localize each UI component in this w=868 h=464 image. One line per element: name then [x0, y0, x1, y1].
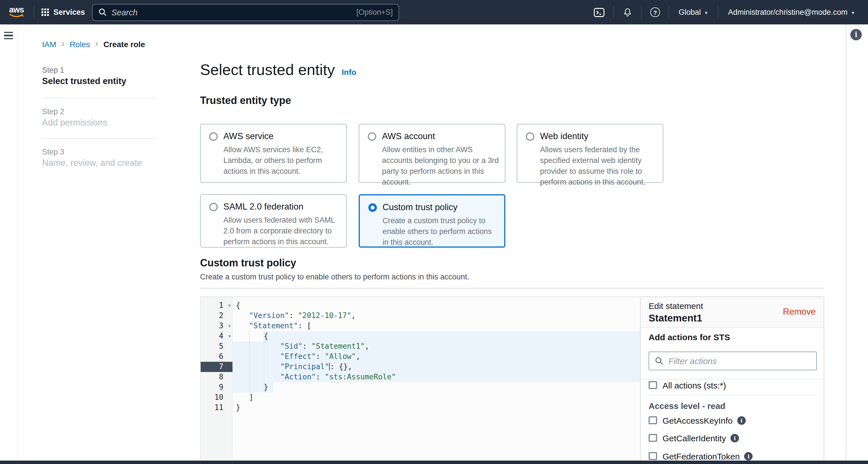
- notifications-button[interactable]: [615, 7, 640, 17]
- aws-logo-text: aws: [9, 6, 24, 13]
- topbar-divider: [642, 6, 642, 18]
- chevron-right-icon: ›: [61, 40, 64, 48]
- statement-name: Statement1: [649, 312, 702, 324]
- region-selector[interactable]: Global ▼: [670, 8, 717, 16]
- panel-divider: [641, 379, 824, 379]
- json-punctuation: }: [264, 383, 268, 391]
- code-line-5[interactable]: 5"Sid": "Statement1",: [200, 341, 640, 352]
- code-line-6[interactable]: 6"Effect": "Allow",: [200, 352, 640, 362]
- radio-unselected[interactable]: [209, 203, 218, 211]
- fold-caret-icon[interactable]: ▾: [228, 300, 231, 311]
- edit-statement-panel: Edit statement Statement1 Remove Add act…: [640, 296, 824, 464]
- search-shortcut-hint: [Option+S]: [356, 8, 393, 16]
- card-description: Allow users federated with SAML 2.0 from…: [223, 215, 340, 247]
- json-key: "Sid": [280, 342, 302, 351]
- code-line-3[interactable]: 3▾"Statement": [: [200, 321, 640, 331]
- info-link[interactable]: Info: [342, 68, 356, 77]
- card-title: AWS account: [382, 131, 435, 141]
- page-header: Select trusted entity Info: [200, 61, 356, 79]
- get-federation-token-checkbox[interactable]: [649, 452, 657, 460]
- step-title: Name, review, and create: [42, 158, 142, 168]
- code-line-4[interactable]: 4▾{: [200, 331, 640, 341]
- aws-logo[interactable]: aws: [7, 6, 26, 19]
- code-line-9[interactable]: 9}: [200, 382, 640, 392]
- card-title: Web identity: [540, 131, 588, 141]
- search-input[interactable]: [112, 8, 352, 17]
- json-punctuation: ,: [351, 311, 356, 320]
- code-line-8[interactable]: 8"Action": "sts:AssumeRole": [200, 372, 640, 382]
- action-label: GetCallerIdentity: [662, 433, 726, 443]
- wizard-step-2: Step 2 Add permissions: [42, 107, 107, 128]
- account-menu[interactable]: Administrator/christine@mode.com ▼: [720, 8, 864, 16]
- all-actions-row: All actions (sts:*): [649, 380, 726, 390]
- remove-statement-button[interactable]: Remove: [783, 307, 816, 317]
- get-caller-identity-checkbox[interactable]: [649, 434, 657, 442]
- custom-policy-heading: Custom trust policy: [200, 257, 296, 269]
- menu-hamburger-button[interactable]: [4, 32, 13, 41]
- line-number: 2: [200, 311, 232, 321]
- code-line-7[interactable]: 7"Principal": {},: [200, 362, 640, 372]
- steps-divider: [42, 98, 155, 98]
- json-punctuation: : {},: [330, 362, 352, 371]
- get-access-key-info-checkbox[interactable]: [649, 416, 657, 425]
- line-number: 8: [200, 372, 232, 382]
- radio-unselected[interactable]: [368, 132, 376, 141]
- action-row: GetFederationToken i: [649, 452, 753, 461]
- line-number: 7: [200, 362, 232, 372]
- info-icon[interactable]: i: [744, 452, 753, 460]
- action-label: GetFederationToken: [662, 451, 740, 461]
- breadcrumb-iam[interactable]: IAM: [42, 40, 56, 49]
- card-description: Allow AWS services like EC2, Lambda, or …: [223, 144, 340, 177]
- info-icon[interactable]: i: [737, 416, 746, 425]
- aws-smile-icon: [8, 13, 25, 19]
- json-key: "Version": [249, 311, 289, 320]
- fold-caret-icon[interactable]: ▾: [228, 321, 231, 331]
- line-number: 6: [200, 352, 232, 362]
- wizard-step-1: Step 1 Select trusted entity: [42, 66, 126, 86]
- search-icon: [98, 8, 107, 16]
- radio-unselected[interactable]: [209, 132, 218, 141]
- topbar-divider: [34, 6, 34, 18]
- code-line-1[interactable]: 1▾{: [200, 300, 640, 311]
- line-number: 10: [200, 392, 232, 403]
- breadcrumb-roles[interactable]: Roles: [70, 40, 90, 49]
- cloudshell-button[interactable]: [586, 7, 613, 17]
- step-title[interactable]: Select trusted entity: [42, 76, 126, 86]
- card-saml-federation[interactable]: SAML 2.0 federation Allow users federate…: [200, 194, 347, 247]
- chevron-right-icon: ›: [95, 40, 98, 48]
- card-custom-trust-policy[interactable]: Custom trust policy Create a custom trus…: [359, 194, 505, 247]
- all-actions-checkbox[interactable]: [649, 381, 657, 389]
- help-panel-info-button[interactable]: i: [850, 29, 862, 40]
- info-icon[interactable]: i: [731, 434, 739, 442]
- code-line-10[interactable]: 10]: [200, 392, 640, 403]
- filter-actions-input[interactable]: [669, 356, 811, 366]
- services-label: Services: [54, 8, 85, 16]
- question-mark-icon: ?: [651, 8, 660, 17]
- json-punctuation: {: [264, 332, 268, 340]
- policy-code-editor[interactable]: 1▾{2"Version": "2012-10-17",3▾"Statement…: [200, 296, 640, 464]
- radio-selected[interactable]: [368, 203, 377, 212]
- card-aws-service[interactable]: AWS service Allow AWS services like EC2,…: [200, 124, 347, 183]
- topbar-divider: [614, 6, 614, 18]
- card-web-identity[interactable]: Web identity Allows users federated by t…: [517, 124, 663, 183]
- code-line-11[interactable]: 11}: [200, 403, 640, 413]
- global-search[interactable]: [Option+S]: [92, 4, 399, 21]
- services-menu-button[interactable]: Services: [41, 8, 85, 16]
- step-label: Step 1: [42, 66, 126, 74]
- fold-caret-icon[interactable]: ▾: [228, 331, 231, 341]
- json-punctuation: }: [236, 403, 241, 412]
- topbar-divider: [718, 6, 718, 18]
- step-label: Step 3: [42, 148, 142, 156]
- statement-panel-header: Edit statement Statement1 Remove: [641, 297, 824, 328]
- radio-unselected[interactable]: [526, 132, 534, 141]
- services-grid-icon: [41, 8, 49, 16]
- filter-actions-field[interactable]: [649, 352, 817, 370]
- step-label: Step 2: [42, 107, 107, 116]
- code-line-2[interactable]: 2"Version": "2012-10-17",: [200, 311, 640, 321]
- line-number: 4▾: [200, 331, 232, 341]
- help-button[interactable]: ?: [643, 8, 668, 17]
- code-lines: 1▾{2"Version": "2012-10-17",3▾"Statement…: [200, 300, 640, 413]
- card-aws-account[interactable]: AWS account Allow entities in other AWS …: [359, 124, 505, 183]
- card-description: Allow entities in other AWS accounts bel…: [382, 144, 499, 188]
- json-punctuation: ]: [249, 393, 253, 401]
